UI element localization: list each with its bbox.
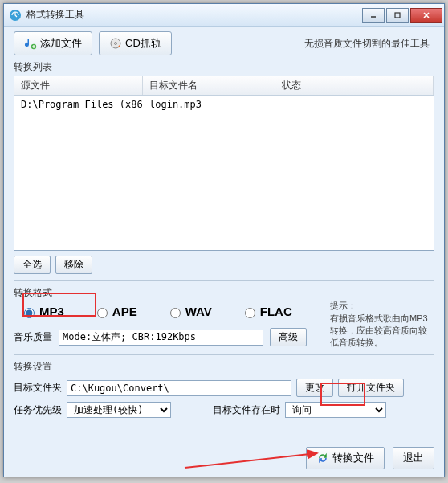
remove-button[interactable]: 移除 <box>55 256 92 274</box>
app-icon <box>9 9 22 22</box>
exit-button[interactable]: 退出 <box>393 447 434 469</box>
priority-select[interactable]: 加速处理(较快) <box>67 402 171 418</box>
close-button[interactable] <box>410 8 442 23</box>
minimize-button[interactable] <box>362 8 385 23</box>
hint-box: 提示： 有损音乐格式歌曲向MP3转换，应由较高音质向较低音质转换。 <box>330 300 434 348</box>
radio-wav-label: WAV <box>185 305 212 318</box>
exists-label: 目标文件存在时 <box>213 403 280 417</box>
window-title: 格式转换工具 <box>26 8 360 22</box>
cd-grab-label: CD抓轨 <box>125 36 161 51</box>
quality-select[interactable] <box>59 330 263 346</box>
table-row[interactable]: D:\Program Files (x86)\K.. login.mp3 <box>14 96 434 113</box>
change-folder-button[interactable]: 更改 <box>296 379 333 397</box>
col-status[interactable]: 状态 <box>275 76 434 95</box>
quality-label: 音乐质量 <box>14 330 52 344</box>
titlebar: 格式转换工具 <box>4 4 444 27</box>
priority-label: 任务优先级 <box>14 403 62 417</box>
music-plus-icon <box>24 37 37 50</box>
advanced-button[interactable]: 高级 <box>270 328 307 346</box>
maximize-button[interactable] <box>386 8 409 23</box>
radio-ape[interactable]: APE <box>87 301 144 321</box>
dest-folder-row: 目标文件夹 更改 打开文件夹 <box>14 379 434 397</box>
radio-wav[interactable]: WAV <box>160 301 218 321</box>
exists-select[interactable]: 询问 <box>285 402 386 418</box>
svg-point-7 <box>115 43 117 45</box>
convert-label: 转换文件 <box>332 451 374 465</box>
cell-status <box>275 97 434 112</box>
radio-flac-input[interactable] <box>245 308 255 318</box>
cell-source: D:\Program Files (x86)\K.. <box>14 97 143 112</box>
file-list-header: 源文件 目标文件名 状态 <box>14 76 434 96</box>
hint-body: 有损音乐格式歌曲向MP3转换，应由较高音质向较低音质转换。 <box>330 313 434 349</box>
radio-wav-input[interactable] <box>170 308 181 318</box>
bottom-actions: 转换文件 退出 <box>14 447 434 469</box>
cd-grab-button[interactable]: CD抓轨 <box>99 31 172 55</box>
dest-folder-input[interactable] <box>67 380 291 396</box>
radio-mp3-label: MP3 <box>39 305 64 318</box>
add-file-button[interactable]: 添加文件 <box>14 31 92 55</box>
priority-row: 任务优先级 加速处理(较快) 目标文件存在时 询问 <box>14 402 434 418</box>
hint-title: 提示： <box>330 300 434 312</box>
radio-ape-input[interactable] <box>97 308 108 318</box>
add-file-label: 添加文件 <box>40 36 82 51</box>
open-folder-button[interactable]: 打开文件夹 <box>338 379 404 397</box>
radio-flac[interactable]: FLAC <box>234 301 299 321</box>
format-options: MP3 APE WAV FLAC 提示： 有损音乐格式歌曲向MP3转换，应由较高… <box>14 301 434 321</box>
col-source[interactable]: 源文件 <box>14 76 143 95</box>
cd-icon <box>109 37 122 50</box>
window-body: 添加文件 CD抓轨 无损音质文件切割的最佳工具 转换列表 源文件 目标文件名 状… <box>4 27 444 477</box>
app-window: 格式转换工具 添加文件 CD抓轨 无损音质文件切割的最佳 <box>3 3 445 477</box>
list-actions: 全选 移除 <box>14 256 434 274</box>
dest-label: 目标文件夹 <box>14 381 62 395</box>
svg-rect-2 <box>395 13 400 18</box>
select-all-button[interactable]: 全选 <box>14 256 51 274</box>
top-toolbar: 添加文件 CD抓轨 无损音质文件切割的最佳工具 <box>14 31 434 55</box>
file-list: 源文件 目标文件名 状态 D:\Program Files (x86)\K.. … <box>14 76 434 251</box>
list-heading: 转换列表 <box>14 60 434 74</box>
refresh-icon <box>316 452 329 465</box>
file-list-body: D:\Program Files (x86)\K.. login.mp3 <box>14 96 434 113</box>
divider <box>14 354 434 355</box>
tagline-text: 无损音质文件切割的最佳工具 <box>304 37 434 51</box>
col-target[interactable]: 目标文件名 <box>143 76 275 95</box>
convert-button[interactable]: 转换文件 <box>306 447 385 469</box>
settings-heading: 转换设置 <box>14 360 434 374</box>
radio-flac-label: FLAC <box>260 305 292 318</box>
cell-target: login.mp3 <box>143 97 275 112</box>
divider <box>14 280 434 281</box>
format-heading: 转换格式 <box>14 286 434 300</box>
radio-mp3[interactable]: MP3 <box>14 301 71 321</box>
radio-mp3-input[interactable] <box>24 308 35 318</box>
radio-ape-label: APE <box>112 305 137 318</box>
